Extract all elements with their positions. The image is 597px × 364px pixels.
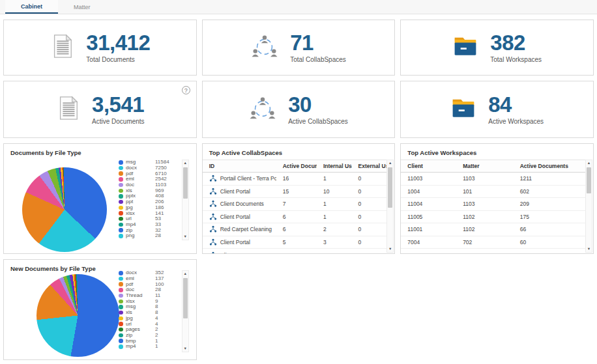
legend-label: ppt — [126, 199, 155, 204]
column-header[interactable]: Active Documents — [276, 163, 317, 169]
legend-swatch — [119, 328, 123, 332]
scrollbar[interactable]: ▲ ▼ — [585, 160, 592, 253]
scrollbar[interactable]: ▲ ▼ — [386, 160, 394, 253]
scroll-down-arrow[interactable]: ▼ — [183, 346, 186, 352]
table-cell: 402 — [456, 249, 514, 253]
table-cell: 7 — [276, 201, 317, 207]
table-row[interactable]: Client Portal530 — [203, 236, 387, 249]
workspaces-table: ClientMatterActive Documents110031103121… — [401, 160, 593, 253]
table-row[interactable]: Portail Client - Terra Power1610 — [203, 173, 387, 186]
legend-label: docx — [126, 165, 155, 171]
help-icon[interactable]: ? — [182, 86, 190, 94]
legend-value: 1 — [155, 344, 173, 349]
column-header[interactable]: Active Documents — [514, 163, 585, 169]
new-documents-by-file-type-pie[interactable] — [36, 274, 119, 357]
table-row[interactable]: Client Portal610 — [203, 211, 387, 224]
document-icon — [50, 33, 74, 62]
legend-swatch — [119, 206, 123, 210]
panel-title: Top Active CollabSpaces — [203, 144, 395, 156]
table-row[interactable]: 1004101602 — [401, 186, 585, 199]
table-cell: 0 — [352, 175, 387, 182]
legend-item[interactable]: jpg186 — [119, 205, 173, 211]
active-collabspaces-label: Active CollabSpaces — [288, 118, 348, 125]
table-cell: 11005 — [401, 214, 456, 220]
legend-label: Thread — [126, 293, 155, 298]
active-workspaces-label: Active Workspaces — [488, 118, 544, 125]
legend-value: 28 — [155, 233, 173, 238]
workspace-folder-icon — [450, 97, 476, 122]
legend-value: 4 — [155, 322, 173, 327]
table-row[interactable]: 11001110266 — [401, 223, 585, 236]
scroll-thumb[interactable] — [587, 167, 591, 193]
scrollbar[interactable]: ▲ ▼ — [182, 160, 189, 240]
table-cell: 1103 — [456, 201, 514, 207]
scroll-up-arrow[interactable]: ▲ — [388, 160, 392, 166]
active-workspaces-value: 84 — [488, 94, 544, 115]
column-header[interactable]: Client — [401, 163, 456, 169]
table-row[interactable]: Client Documents710 — [203, 198, 387, 211]
table-cell: 7004 — [401, 239, 456, 245]
table-cell: 0 — [352, 226, 387, 232]
table-row[interactable]: 1100311031211 — [401, 173, 585, 186]
scroll-down-arrow[interactable]: ▼ — [388, 246, 392, 252]
column-header[interactable]: Matter — [456, 163, 514, 169]
column-header[interactable]: Internal Users — [317, 163, 352, 169]
legend-swatch — [119, 311, 123, 315]
collabspace-icon — [209, 225, 217, 233]
legend-swatch — [119, 177, 123, 182]
scroll-up-arrow[interactable]: ▲ — [183, 271, 186, 277]
legend-value: 33 — [155, 222, 173, 227]
table-cell: 1211 — [514, 175, 585, 182]
legend-label: jpg — [126, 316, 155, 321]
legend-item[interactable]: zip2 — [119, 333, 173, 339]
table-row[interactable]: 400440254 — [401, 249, 585, 253]
legend-swatch — [119, 160, 123, 165]
scrollbar[interactable]: ▲ ▼ — [182, 270, 189, 352]
table-cell: Client Portal — [203, 238, 276, 246]
tab-bar: Cabinet Matter — [0, 0, 597, 14]
collabspaces-icon — [251, 33, 278, 62]
table-cell: 1102 — [456, 226, 514, 232]
legend-swatch — [119, 282, 123, 287]
scroll-down-arrow[interactable]: ▼ — [587, 246, 590, 252]
legend-item[interactable]: png28 — [119, 233, 173, 239]
active-collabspaces-value: 30 — [288, 94, 348, 115]
table-row[interactable]: Client Portal15100 — [203, 186, 387, 199]
column-header[interactable]: External Users — [352, 163, 387, 169]
legend-swatch — [119, 223, 123, 227]
scroll-up-arrow[interactable]: ▲ — [587, 160, 590, 166]
scroll-thumb[interactable] — [388, 167, 392, 208]
legend-swatch — [119, 344, 123, 349]
panel-title: Top Active Workspaces — [401, 144, 593, 156]
legend-item[interactable]: jpg4 — [119, 316, 173, 322]
legend-swatch — [119, 271, 123, 275]
tab-matter[interactable]: Matter — [58, 0, 106, 14]
collabspaces-table: IDActive DocumentsInternal UsersExternal… — [203, 160, 395, 253]
legend-swatch — [119, 322, 123, 326]
table-cell: 0 — [352, 201, 387, 207]
legend-value: 8 — [155, 310, 173, 315]
tab-cabinet[interactable]: Cabinet — [5, 0, 58, 14]
table-header-row: ClientMatterActive Documents — [401, 160, 585, 173]
workspace-folder-icon — [452, 35, 478, 60]
scroll-thumb[interactable] — [183, 167, 188, 199]
column-header[interactable]: ID — [203, 163, 276, 169]
documents-by-file-type-pie[interactable] — [22, 167, 107, 252]
scroll-up-arrow[interactable]: ▲ — [183, 160, 186, 166]
table-cell: 1 — [317, 201, 352, 207]
table-row[interactable]: Client Documents420 — [203, 249, 387, 253]
legend-item[interactable]: mp41 — [119, 344, 173, 350]
scroll-down-arrow[interactable]: ▼ — [183, 234, 186, 240]
legend-value: 11 — [155, 293, 173, 298]
legend-item[interactable]: mp433 — [119, 222, 173, 228]
legend-swatch — [119, 166, 123, 171]
table-cell: 54 — [514, 249, 585, 253]
legend-swatch — [119, 339, 123, 343]
scroll-thumb[interactable] — [183, 278, 188, 318]
table-row[interactable]: Red Carpet Cleaning620 — [203, 223, 387, 236]
table-row[interactable]: 700470260 — [401, 236, 585, 249]
table-row[interactable]: 110041103209 — [401, 198, 585, 211]
table-cell: 209 — [514, 201, 585, 207]
document-icon — [55, 95, 80, 124]
table-row[interactable]: 110051102175 — [401, 211, 585, 224]
